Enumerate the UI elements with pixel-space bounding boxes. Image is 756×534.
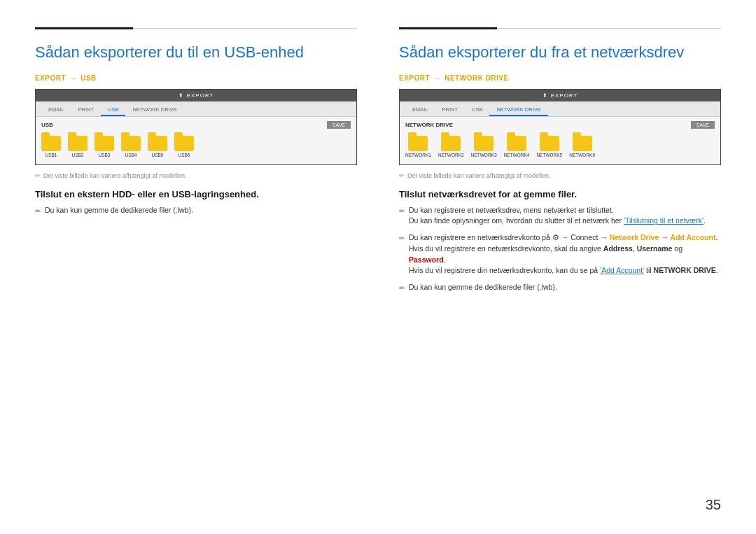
left-content-label: USB bbox=[41, 122, 53, 128]
tab-email-right[interactable]: EMAIL bbox=[405, 104, 435, 116]
left-caption: ✏ Det viste billede kan variere afhængig… bbox=[35, 172, 357, 179]
right-content-label-row: NETWORK DRIVE SAVE bbox=[405, 121, 715, 129]
folder-network2: NETWORK2 bbox=[438, 136, 464, 157]
right-screenshot: ⬆ EXPORT EMAIL PRINT USB NETWORK DRIVE N… bbox=[399, 89, 721, 165]
tab-print-right[interactable]: PRINT bbox=[435, 104, 465, 116]
left-screenshot-header: ⬆ EXPORT bbox=[36, 90, 356, 101]
right-instruction-title: Tilslut netværksdrevet for at gemme file… bbox=[399, 189, 721, 199]
folder-usb3: USB3 bbox=[94, 136, 114, 157]
left-screenshot-content: USB SAVE USB1 USB2 USB3 bbox=[36, 117, 356, 164]
left-instruction-title: Tilslut en ekstern HDD- eller en USB-lag… bbox=[35, 189, 357, 199]
left-instruction-1: ✏ Du kan kun gemme de dedikerede filer (… bbox=[35, 205, 357, 216]
folder-usb5: USB5 bbox=[148, 136, 167, 157]
tab-email-left[interactable]: EMAIL bbox=[41, 104, 71, 116]
pencil-icon-right-2: ✏ bbox=[399, 233, 405, 244]
highlight-password: Password bbox=[409, 255, 444, 264]
folder-network4: NETWORK4 bbox=[504, 136, 530, 157]
left-folders-row: USB1 USB2 USB3 USB4 bbox=[41, 133, 351, 160]
folder-network6: NETWORK6 bbox=[569, 136, 595, 157]
folder-network3: NETWORK3 bbox=[471, 136, 497, 157]
right-folders-row: NETWORK1 NETWORK2 NETWORK3 NETWORK4 bbox=[405, 133, 715, 160]
left-content-label-row: USB SAVE bbox=[41, 121, 351, 129]
folder-usb2: USB2 bbox=[68, 136, 88, 157]
folder-network5: NETWORK5 bbox=[536, 136, 562, 157]
tab-print-left[interactable]: PRINT bbox=[71, 104, 102, 116]
highlight-network-drive: Network Drive bbox=[610, 233, 659, 241]
folder-icon-network5 bbox=[540, 136, 559, 151]
folder-icon-usb5 bbox=[148, 136, 167, 151]
folder-icon-usb6 bbox=[174, 136, 194, 151]
page-number: 35 bbox=[706, 497, 721, 513]
right-caption: ✏ Det viste billede kan variere afhængig… bbox=[399, 172, 721, 179]
export-up-icon-right: ⬆ bbox=[542, 92, 548, 99]
folder-icon-network6 bbox=[573, 136, 592, 151]
right-title: Sådan eksporterer du fra et netværksdrev bbox=[399, 43, 721, 63]
folder-network1: NETWORK1 bbox=[405, 136, 431, 157]
left-tabs: EMAIL PRINT USB NETWORK DRIVE bbox=[36, 101, 356, 117]
left-export-label: EXPORT → USB bbox=[35, 74, 357, 82]
folder-icon-usb1 bbox=[41, 136, 61, 151]
right-tabs: EMAIL PRINT USB NETWORK DRIVE bbox=[400, 101, 720, 117]
folder-icon-usb4 bbox=[121, 136, 141, 151]
right-instruction-1: ✏ Du kan registrere et netværksdrev, men… bbox=[399, 205, 721, 227]
highlight-add-account: Add Account bbox=[671, 233, 716, 241]
left-divider bbox=[35, 28, 357, 29]
folder-icon-usb2 bbox=[68, 136, 88, 151]
folder-usb6: USB6 bbox=[174, 136, 194, 157]
pencil-icon-right-1: ✏ bbox=[399, 206, 405, 216]
tab-usb-left[interactable]: USB bbox=[101, 104, 125, 116]
folder-icon-network4 bbox=[507, 136, 526, 151]
folder-icon-usb3 bbox=[94, 136, 114, 151]
pencil-icon-left: ✏ bbox=[35, 172, 41, 179]
export-up-icon: ⬆ bbox=[178, 92, 184, 99]
left-screenshot: ⬆ EXPORT EMAIL PRINT USB NETWORK DRIVE U… bbox=[35, 89, 357, 165]
folder-icon-network2 bbox=[441, 136, 461, 151]
pencil-icon-right-3: ✏ bbox=[399, 283, 405, 293]
right-screenshot-header: ⬆ EXPORT bbox=[400, 90, 720, 101]
link-add-account[interactable]: 'Add Account' bbox=[600, 266, 644, 274]
folder-usb4: USB4 bbox=[121, 136, 141, 157]
tab-usb-right[interactable]: USB bbox=[465, 104, 489, 116]
right-export-label: EXPORT → NETWORK DRIVE bbox=[399, 74, 721, 82]
pencil-icon-right: ✏ bbox=[399, 172, 405, 179]
left-section: Sådan eksporterer du til en USB-enhed EX… bbox=[35, 28, 378, 506]
right-divider bbox=[399, 28, 721, 29]
pencil-icon-left-1: ✏ bbox=[35, 206, 41, 216]
tab-networkdrive-left[interactable]: NETWORK DRIVE bbox=[125, 104, 183, 116]
folder-icon-network3 bbox=[474, 136, 493, 151]
right-section: Sådan eksporterer du fra et netværksdrev… bbox=[378, 28, 721, 506]
tab-networkdrive-right[interactable]: NETWORK DRIVE bbox=[489, 104, 547, 116]
folder-icon-network1 bbox=[408, 136, 428, 151]
left-save-button[interactable]: SAVE bbox=[327, 121, 351, 129]
right-save-button[interactable]: SAVE bbox=[691, 121, 715, 129]
right-instruction-3: ✏ Du kan kun gemme de dedikerede filer (… bbox=[399, 282, 721, 293]
left-title: Sådan eksporterer du til en USB-enhed bbox=[35, 43, 357, 63]
link-tilslutning[interactable]: 'Tilslutning til et netværk' bbox=[624, 216, 704, 225]
right-instruction-2: ✏ Du kan registrere en netværksdrevkonto… bbox=[399, 232, 721, 276]
right-screenshot-content: NETWORK DRIVE SAVE NETWORK1 NETWORK2 NET… bbox=[400, 117, 720, 164]
right-content-label: NETWORK DRIVE bbox=[405, 122, 453, 128]
folder-usb1: USB1 bbox=[41, 136, 61, 157]
